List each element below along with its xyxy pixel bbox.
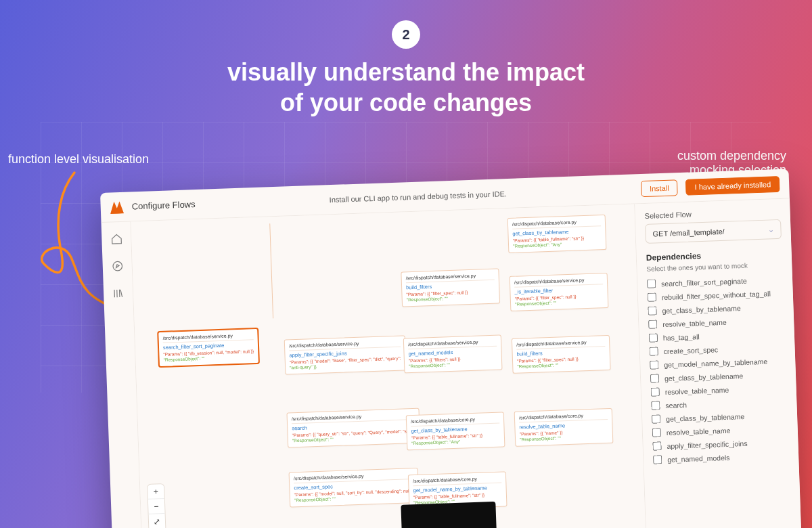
zoom-controls: + − ⤢ 🔒	[147, 483, 166, 528]
dependency-label: get_named_models	[667, 453, 730, 463]
dependency-checkbox[interactable]	[649, 347, 658, 355]
dependency-item[interactable]: resolve_table_name	[652, 424, 788, 437]
dependency-checkbox[interactable]	[647, 279, 656, 288]
flow-node[interactable]: /src/dispatch/database/service.pyget_nam…	[403, 334, 503, 373]
dependency-label: create_sort_spec	[663, 345, 718, 355]
flow-node[interactable]: /src/dispatch/database/service.pyapply_f…	[284, 335, 406, 374]
dependency-checkbox[interactable]	[651, 387, 660, 396]
flow-node[interactable]: /src/dispatch/database/core.pyresolve_ta…	[514, 408, 614, 447]
dependency-label: search	[665, 400, 687, 409]
chevron-down-icon: ⌄	[767, 225, 773, 234]
dependency-item[interactable]: rebuild_filter_spec_without_tag_all	[648, 288, 784, 302]
flow-connectors	[131, 215, 338, 323]
zoom-fit-button[interactable]: ⤢	[149, 514, 166, 528]
banner-text: Install our CLI app to run and debug tes…	[203, 185, 633, 208]
hero-title: visually understand the impact of your c…	[0, 57, 812, 118]
dependency-label: resolve_table_name	[667, 426, 731, 436]
dependency-item[interactable]: get_named_models	[653, 451, 789, 464]
dependency-item[interactable]: apply_filter_specific_joins	[652, 437, 788, 451]
flow-select-value: GET /email_template/	[652, 227, 725, 238]
flow-node[interactable]: /src/dispatch/database/service.pybuild_f…	[401, 269, 500, 307]
dependency-item[interactable]: get_model_name_by_tablename	[650, 356, 786, 370]
selected-flow-label: Selected Flow	[644, 207, 780, 220]
dependency-item[interactable]: get_class_by_tablename	[650, 370, 786, 383]
dependency-checkbox[interactable]	[651, 401, 660, 410]
dependency-label: apply_filter_specific_joins	[667, 439, 747, 449]
dependency-checkbox[interactable]	[649, 333, 658, 342]
minimap-content	[411, 511, 488, 528]
dependency-item[interactable]: get_class_by_tablename	[652, 410, 788, 424]
flow-node[interactable]: /src/dispatch/database/core.pyget_class_…	[508, 215, 607, 253]
dependency-label: get_model_name_by_tablename	[664, 357, 767, 368]
compass-icon[interactable]	[111, 260, 124, 273]
dependency-label: get_class_by_tablename	[662, 304, 741, 315]
page-title: Configure Flows	[131, 199, 195, 211]
library-icon[interactable]	[112, 287, 125, 300]
dependency-checkbox[interactable]	[650, 360, 658, 369]
zoom-in-button[interactable]: +	[148, 484, 164, 500]
dependency-label: resolve_table_name	[662, 317, 727, 328]
minimap[interactable]	[401, 502, 497, 528]
app-window: Configure Flows Install our CLI app to r…	[100, 169, 803, 528]
logo-icon	[110, 200, 124, 214]
dependencies-subtext: Select the ones you want to mock	[646, 261, 782, 273]
flow-select[interactable]: GET /email_template/ ⌄	[645, 219, 782, 244]
dependency-checkbox[interactable]	[653, 455, 662, 464]
annotation-left: function level visualisation	[8, 152, 149, 167]
dependency-label: rebuild_filter_spec_without_tag_all	[662, 289, 771, 301]
flow-canvas[interactable]: /src/dispatch/database/service.pysearch_…	[131, 204, 647, 528]
dependency-checkbox[interactable]	[652, 414, 660, 423]
dependency-label: resolve_table_name	[665, 385, 729, 395]
dependency-checkbox[interactable]	[648, 292, 656, 301]
svg-point-0	[112, 261, 122, 271]
flow-node[interactable]: /src/dispatch/database/service.pysearch_…	[158, 328, 259, 367]
dependency-item[interactable]: resolve_table_name	[648, 315, 784, 329]
dependency-item[interactable]: resolve_table_name	[651, 383, 787, 397]
install-button[interactable]: Install	[641, 179, 679, 197]
dependency-item[interactable]: get_class_by_tablename	[648, 302, 784, 315]
flow-node[interactable]: /src/dispatch/database/service.pysearch"…	[286, 408, 420, 448]
dependency-checkbox[interactable]	[652, 441, 661, 450]
dependency-item[interactable]: create_sort_spec	[649, 343, 785, 356]
dependency-item[interactable]: search	[651, 397, 787, 410]
dependency-list: search_filter_sort_paginaterebuild_filte…	[647, 275, 789, 464]
dependency-label: get_class_by_tablename	[666, 412, 745, 422]
flow-node[interactable]: /src/dispatch/database/core.pyget_class_…	[406, 412, 505, 450]
dependency-item[interactable]: has_tag_all	[649, 329, 785, 343]
dependencies-heading: Dependencies	[646, 248, 782, 263]
dependency-label: search_filter_sort_paginate	[661, 276, 747, 287]
details-panel: Selected Flow GET /email_template/ ⌄ Dep…	[634, 198, 802, 528]
home-icon[interactable]	[110, 233, 123, 246]
zoom-out-button[interactable]: −	[148, 499, 165, 514]
dependency-checkbox[interactable]	[652, 428, 661, 437]
dependency-label: has_tag_all	[663, 332, 700, 342]
step-badge: 2	[392, 20, 420, 49]
dependency-label: get_class_by_tablename	[664, 372, 744, 382]
dependency-checkbox[interactable]	[650, 374, 659, 382]
dependency-checkbox[interactable]	[648, 306, 656, 315]
flow-node[interactable]: /src/dispatch/database/service.py_is_ite…	[510, 273, 609, 311]
flow-node[interactable]: /src/dispatch/database/service.pycreate_…	[289, 468, 420, 508]
flow-node[interactable]: /src/dispatch/database/service.pybuild_f…	[512, 335, 611, 374]
dependency-item[interactable]: search_filter_sort_paginate	[647, 275, 783, 288]
dependency-checkbox[interactable]	[648, 320, 657, 328]
already-installed-button[interactable]: I have already installed	[685, 175, 780, 195]
